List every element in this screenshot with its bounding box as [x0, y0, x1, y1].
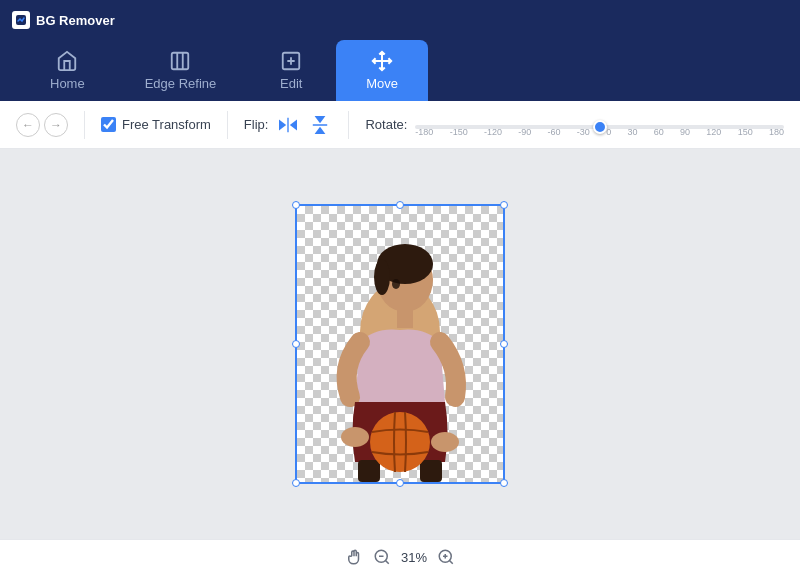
svg-point-13 [392, 279, 400, 289]
app-logo-icon [12, 11, 30, 29]
nav-tabs: Home Edge Refine Edit Move [0, 40, 800, 101]
divider-3 [348, 111, 349, 139]
bottom-bar: 31% New Image Download [0, 539, 800, 573]
svg-point-17 [370, 412, 430, 472]
tab-move[interactable]: Move [336, 40, 428, 101]
tab-edge-refine[interactable]: Edge Refine [115, 40, 247, 101]
flip-section: Flip: [244, 113, 333, 137]
zoom-value: 31% [401, 550, 427, 565]
zoom-out-button[interactable] [373, 548, 391, 566]
handle-top-left[interactable] [292, 201, 300, 209]
handle-bottom-left[interactable] [292, 479, 300, 487]
svg-point-18 [341, 427, 369, 447]
rotate-slider-wrap: -180 -150 -120 -90 -60 -30 0 30 60 90 12… [415, 113, 784, 137]
tab-edit[interactable]: Edit [246, 40, 336, 101]
handle-top-middle[interactable] [396, 201, 404, 209]
svg-rect-1 [172, 53, 189, 70]
zoom-in-button[interactable] [437, 548, 455, 566]
svg-point-12 [374, 259, 390, 295]
image-container[interactable] [295, 204, 505, 484]
pan-tool-button[interactable] [345, 548, 363, 566]
handle-middle-left[interactable] [292, 340, 300, 348]
svg-marker-3 [279, 119, 286, 130]
flip-horizontal-button[interactable] [276, 113, 300, 137]
flip-vertical-button[interactable] [308, 113, 332, 137]
svg-point-19 [431, 432, 459, 452]
free-transform-checkbox[interactable] [101, 117, 116, 132]
zoom-bar: 31% [0, 548, 800, 573]
svg-marker-8 [315, 126, 326, 133]
divider-1 [84, 111, 85, 139]
toolbar: ← → Free Transform Flip: Rotate: [0, 101, 800, 149]
svg-rect-14 [397, 308, 413, 328]
handle-bottom-middle[interactable] [396, 479, 404, 487]
topbar: BG Remover [0, 0, 800, 40]
svg-marker-5 [290, 119, 297, 130]
app-title: BG Remover [12, 11, 115, 29]
svg-rect-15 [358, 460, 380, 482]
handle-bottom-right[interactable] [500, 479, 508, 487]
divider-2 [227, 111, 228, 139]
undo-button[interactable]: ← [16, 113, 40, 137]
free-transform-checkbox-label[interactable]: Free Transform [101, 117, 211, 132]
history-nav: ← → [16, 113, 68, 137]
handle-middle-right[interactable] [500, 340, 508, 348]
canvas-area [0, 149, 800, 539]
svg-marker-6 [315, 116, 326, 123]
svg-rect-16 [420, 460, 442, 482]
handle-top-right[interactable] [500, 201, 508, 209]
rotate-section: Rotate: -180 -150 -120 -90 -60 -30 0 30 … [365, 113, 784, 137]
redo-button[interactable]: → [44, 113, 68, 137]
tab-home[interactable]: Home [20, 40, 115, 101]
person-image [297, 206, 503, 482]
rotate-slider[interactable] [415, 125, 784, 129]
